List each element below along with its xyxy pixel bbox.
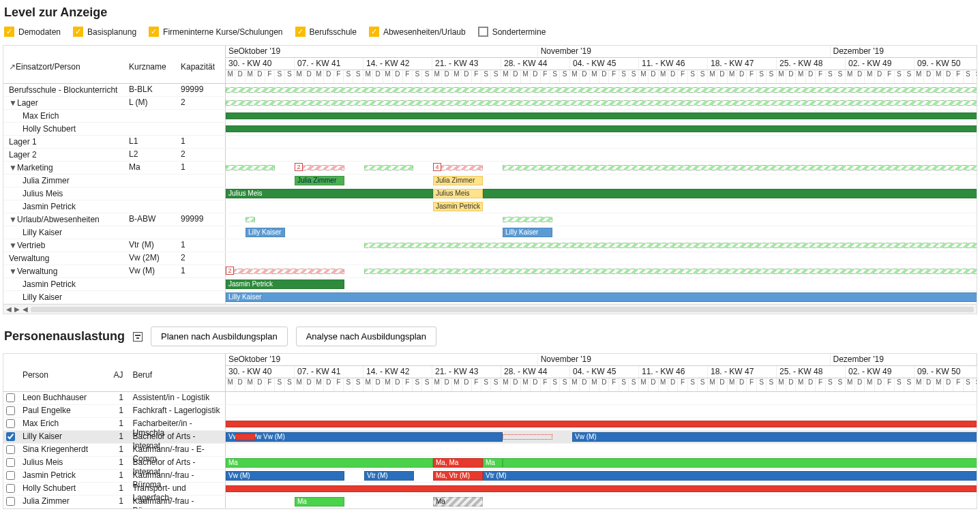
person-checkbox[interactable] bbox=[6, 471, 15, 480]
gantt-bar[interactable]: Lilly Kaiser bbox=[246, 228, 285, 237]
location-row[interactable]: Berufsschule - BlockunterrichtB-BLK99999 bbox=[3, 84, 977, 97]
person-row[interactable]: Max Erich 1 Facharbeiter/in - Umschla bbox=[3, 418, 977, 431]
person-checkbox[interactable] bbox=[6, 484, 15, 493]
gantt-bar[interactable]: 2 bbox=[226, 267, 234, 275]
gantt-bar[interactable]: Ma bbox=[295, 497, 344, 507]
expand-icon[interactable]: ↗ bbox=[9, 62, 16, 72]
analyse-button[interactable]: Analyse nach Ausbildungsplan bbox=[296, 327, 436, 346]
gantt-bar[interactable] bbox=[226, 269, 344, 274]
scroll-left-icon[interactable]: ◀ bbox=[23, 305, 28, 313]
location-row[interactable]: Jasmin PetrickJasmin Petrick bbox=[3, 200, 977, 213]
chevron-down-icon[interactable]: ▼ bbox=[9, 267, 16, 276]
person-checkbox[interactable] bbox=[6, 432, 15, 441]
location-row[interactable]: ▼LagerL (M)2 bbox=[3, 97, 977, 110]
gantt-bar[interactable]: Ma, Ma bbox=[433, 458, 483, 468]
filter-checkbox[interactable]: Sondertermine bbox=[478, 27, 546, 37]
chevron-down-icon[interactable]: ▼ bbox=[9, 98, 16, 108]
person-row[interactable]: Jasmin Petrick 1 Kaufmann/-frau - Büroma… bbox=[3, 470, 977, 483]
location-row[interactable]: ▼VertriebVtr (M)1 bbox=[3, 239, 977, 252]
gantt-bar[interactable]: Vw (M) Vw Vw (M) bbox=[226, 432, 503, 442]
filter-checkbox[interactable]: ✓Demodaten bbox=[4, 27, 61, 37]
gantt-bar[interactable] bbox=[364, 165, 413, 170]
gantt-bar[interactable]: Vtr (M) bbox=[483, 471, 977, 481]
gantt-bar[interactable] bbox=[503, 458, 977, 468]
scroll-left-icon[interactable]: ◀ bbox=[6, 305, 12, 313]
location-row[interactable]: ▼VerwaltungVw (M)12 bbox=[3, 265, 977, 278]
location-row[interactable]: Julius MeisJulius MeisJulius Meis bbox=[3, 187, 977, 200]
location-row[interactable]: VerwaltungVw (2M)2 bbox=[3, 252, 977, 265]
location-row[interactable]: Lager 2L22 bbox=[3, 149, 977, 162]
person-checkbox[interactable] bbox=[6, 406, 15, 415]
gantt-bar[interactable]: Julius Meis bbox=[226, 189, 433, 198]
gantt-bar[interactable] bbox=[226, 112, 977, 119]
gantt-bar[interactable] bbox=[226, 125, 977, 132]
person-row[interactable]: Julia Zimmer 1 Kaufmann/-frau - Büroma M… bbox=[3, 496, 977, 509]
person-row[interactable]: Julius Meis 1 Bachelor of Arts - Interna… bbox=[3, 457, 977, 470]
gantt-bar[interactable]: Vw (M) bbox=[226, 471, 344, 481]
timeline-days: MDMDFSSMDMDFSSMDMDFSSMDMDFSSMDMDFSSMDMDF… bbox=[226, 70, 977, 84]
location-row[interactable]: Jasmin PetrickJasmin Petrick bbox=[3, 278, 977, 291]
gantt-bar[interactable] bbox=[226, 87, 977, 93]
gantt-bar[interactable] bbox=[226, 165, 275, 170]
gantt-bar[interactable] bbox=[226, 100, 977, 106]
location-row[interactable]: Max Erich bbox=[3, 110, 977, 123]
chevron-down-icon[interactable]: ▼ bbox=[9, 163, 16, 172]
filter-checkbox[interactable]: ✓Abwesenheiten/Urlaub bbox=[369, 27, 466, 37]
scroll-right-icon[interactable]: ▶ bbox=[14, 305, 20, 313]
gantt-bar[interactable] bbox=[483, 189, 977, 198]
gantt-bar[interactable] bbox=[503, 165, 977, 170]
location-row[interactable]: Lilly KaiserLilly KaiserLilly Kaiser bbox=[3, 226, 977, 239]
gantt-bar[interactable] bbox=[364, 269, 977, 274]
gantt-bar[interactable]: Lilly Kaiser bbox=[503, 228, 552, 237]
scroll-bar[interactable]: ◀ ▶ ◀ bbox=[3, 304, 977, 314]
col-capacity: Kapazität bbox=[178, 46, 224, 74]
gantt-bar[interactable] bbox=[226, 421, 977, 427]
gantt-bar[interactable]: 4 bbox=[433, 163, 441, 171]
gantt-bar[interactable]: Jasmin Petrick bbox=[433, 202, 483, 211]
gantt-bar[interactable]: Julia Zimmer bbox=[295, 176, 344, 185]
gantt-bar[interactable] bbox=[235, 434, 255, 440]
person-row[interactable]: Leon Buchhauser 1 Assistent/in - Logisti… bbox=[3, 392, 977, 405]
person-checkbox[interactable] bbox=[6, 497, 15, 506]
chevron-down-icon[interactable]: ▼ bbox=[9, 215, 16, 224]
gantt-bar[interactable] bbox=[226, 485, 977, 492]
gantt-bar[interactable]: Ma bbox=[483, 458, 503, 468]
filters-title: Level zur Anzeige bbox=[4, 5, 980, 20]
gantt-bar[interactable]: Julia Zimmer bbox=[433, 176, 483, 185]
location-row[interactable]: ▼MarketingMa124 bbox=[3, 162, 977, 175]
person-checkbox[interactable] bbox=[6, 393, 15, 402]
gantt-bar[interactable] bbox=[246, 217, 255, 222]
gantt-bar[interactable]: Julius Meis bbox=[433, 189, 483, 198]
person-checkbox[interactable] bbox=[6, 445, 15, 454]
chevron-down-icon[interactable]: ▼ bbox=[9, 241, 16, 250]
person-checkbox[interactable] bbox=[6, 419, 15, 428]
location-row[interactable]: Julia ZimmerJulia ZimmerJulia Zimmer bbox=[3, 175, 977, 187]
col-person: Person bbox=[20, 354, 113, 382]
person-row[interactable]: Sina Kriegenherdt 1 Kaufmann/-frau - E-C… bbox=[3, 444, 977, 457]
gantt-bar[interactable]: Ma bbox=[226, 458, 433, 468]
gantt-bar[interactable]: 2 bbox=[295, 163, 303, 171]
filter-icon[interactable] bbox=[133, 332, 143, 342]
person-row[interactable]: Paul Engelke 1 Fachkraft - Lagerlogistik bbox=[3, 405, 977, 418]
filter-checkbox[interactable]: ✓Berufsschule bbox=[295, 27, 357, 37]
location-row[interactable]: Lager 1L11 bbox=[3, 136, 977, 149]
gantt-bar[interactable] bbox=[503, 217, 552, 222]
filter-checkbox[interactable]: ✓Firmeninterne Kurse/Schulungen bbox=[149, 27, 282, 37]
person-checkbox[interactable] bbox=[6, 458, 15, 467]
gantt-bar[interactable]: Ma bbox=[433, 497, 483, 507]
location-row[interactable]: Holly Schubert bbox=[3, 123, 977, 136]
plan-button[interactable]: Planen nach Ausbildungsplan bbox=[151, 327, 288, 346]
gantt-bar[interactable]: Ma, Vtr (M) bbox=[433, 471, 483, 481]
location-row[interactable]: Lilly KaiserLilly Kaiser bbox=[3, 291, 977, 304]
person-row[interactable]: Lilly Kaiser 1 Bachelor of Arts - Intern… bbox=[3, 431, 977, 444]
person-row[interactable]: Holly Schubert 1 Transport- und Lagerfac… bbox=[3, 483, 977, 496]
gantt-bar[interactable]: Lilly Kaiser bbox=[226, 292, 977, 302]
gantt-bar[interactable] bbox=[364, 243, 977, 248]
filter-checkbox[interactable]: ✓Basisplanung bbox=[73, 27, 136, 37]
gantt-bar[interactable]: Vtr (M) bbox=[364, 471, 414, 481]
gantt-bar[interactable]: Jasmin Petrick bbox=[226, 279, 344, 289]
gantt-bar[interactable] bbox=[503, 434, 552, 440]
location-row[interactable]: ▼Urlaub/AbwesenheitenB-ABW99999 bbox=[3, 213, 977, 226]
timeline-days: MDMDFSSMDMDFSSMDMDFSSMDMDFSSMDMDFSSMDMDF… bbox=[226, 378, 977, 392]
gantt-bar[interactable]: Vw (M) bbox=[572, 432, 977, 442]
